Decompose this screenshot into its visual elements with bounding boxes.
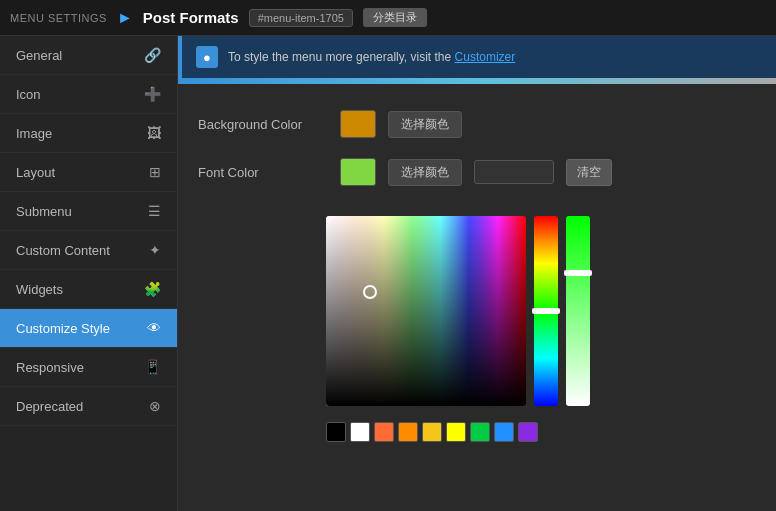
color-swatch[interactable]	[494, 422, 514, 442]
color-swatch[interactable]	[398, 422, 418, 442]
font-color-label: Font Color	[198, 165, 328, 180]
custom-content-icon: ✦	[149, 242, 161, 258]
info-bar: ● To style the menu more generally, visi…	[178, 36, 776, 78]
bg-color-select-btn[interactable]: 选择颜色	[388, 111, 462, 138]
sidebar-label-customize-style: Customize Style	[16, 321, 110, 336]
hue-slider[interactable]	[534, 216, 558, 406]
sidebar-label-custom-content: Custom Content	[16, 243, 110, 258]
color-swatch[interactable]	[326, 422, 346, 442]
sidebar-item-icon[interactable]: Icon ➕	[0, 75, 177, 114]
sidebar-label-responsive: Responsive	[16, 360, 84, 375]
sidebar-label-general: General	[16, 48, 62, 63]
color-swatch[interactable]	[518, 422, 538, 442]
sidebar-item-custom-content[interactable]: Custom Content ✦	[0, 231, 177, 270]
sidebar-label-image: Image	[16, 126, 52, 141]
responsive-icon: 📱	[144, 359, 161, 375]
customize-style-icon: 👁	[147, 320, 161, 336]
color-picker	[326, 216, 776, 406]
sidebar-item-general[interactable]: General 🔗	[0, 36, 177, 75]
customizer-link[interactable]: Customizer	[455, 50, 516, 64]
submenu-icon: ☰	[148, 203, 161, 219]
sidebar-item-submenu[interactable]: Submenu ☰	[0, 192, 177, 231]
bg-color-label: Background Color	[198, 117, 328, 132]
menu-item-badge: #menu-item-1705	[249, 9, 353, 27]
sidebar-label-deprecated: Deprecated	[16, 399, 83, 414]
layout-icon: ⊞	[149, 164, 161, 180]
color-swatch[interactable]	[470, 422, 490, 442]
font-color-row: Font Color 选择颜色 #81d742 清空	[198, 158, 756, 186]
color-swatch[interactable]	[350, 422, 370, 442]
icon-icon: ➕	[144, 86, 161, 102]
sidebar-label-layout: Layout	[16, 165, 55, 180]
deprecated-icon: ⊗	[149, 398, 161, 414]
main-layout: General 🔗 Icon ➕ Image 🖼 Layout ⊞ Submen…	[0, 36, 776, 511]
image-icon: 🖼	[147, 125, 161, 141]
top-bar: MENU SETTINGS ► Post Formats #menu-item-…	[0, 0, 776, 36]
sidebar: General 🔗 Icon ➕ Image 🖼 Layout ⊞ Submen…	[0, 36, 178, 511]
bg-color-swatch[interactable]	[340, 110, 376, 138]
font-color-hex-input[interactable]: #81d742	[474, 160, 554, 184]
category-badge: 分类目录	[363, 8, 427, 27]
info-text-static: To style the menu more generally, visit …	[228, 50, 455, 64]
menu-settings-label: MENU SETTINGS	[10, 12, 107, 24]
sidebar-item-image[interactable]: Image 🖼	[0, 114, 177, 153]
sidebar-item-responsive[interactable]: Responsive 📱	[0, 348, 177, 387]
sidebar-label-widgets: Widgets	[16, 282, 63, 297]
info-icon: ●	[196, 46, 218, 68]
sidebar-label-icon: Icon	[16, 87, 41, 102]
font-color-swatch[interactable]	[340, 158, 376, 186]
color-gradient-box[interactable]	[326, 216, 526, 406]
clear-button[interactable]: 清空	[566, 159, 612, 186]
sidebar-item-widgets[interactable]: Widgets 🧩	[0, 270, 177, 309]
sidebar-item-deprecated[interactable]: Deprecated ⊗	[0, 387, 177, 426]
widgets-icon: 🧩	[144, 281, 161, 297]
val-gradient	[326, 216, 526, 406]
color-swatch[interactable]	[446, 422, 466, 442]
sidebar-item-customize-style[interactable]: Customize Style 👁	[0, 309, 177, 348]
page-title: Post Formats	[143, 9, 239, 26]
font-color-select-btn[interactable]: 选择颜色	[388, 159, 462, 186]
brightness-slider-thumb	[564, 270, 592, 276]
swatches-row	[326, 422, 566, 442]
brightness-slider[interactable]	[566, 216, 590, 406]
color-swatch[interactable]	[374, 422, 394, 442]
sidebar-label-submenu: Submenu	[16, 204, 72, 219]
gradient-bar	[178, 78, 776, 84]
content-area: ● To style the menu more generally, visi…	[178, 36, 776, 511]
arrow-icon: ►	[117, 9, 133, 27]
sidebar-item-layout[interactable]: Layout ⊞	[0, 153, 177, 192]
form-section: Background Color 选择颜色 Font Color 选择颜色 #8…	[178, 100, 776, 216]
hue-slider-thumb	[532, 308, 560, 314]
info-text: To style the menu more generally, visit …	[228, 50, 515, 64]
color-swatch[interactable]	[422, 422, 442, 442]
general-icon: 🔗	[144, 47, 161, 63]
bg-color-row: Background Color 选择颜色	[198, 110, 756, 138]
